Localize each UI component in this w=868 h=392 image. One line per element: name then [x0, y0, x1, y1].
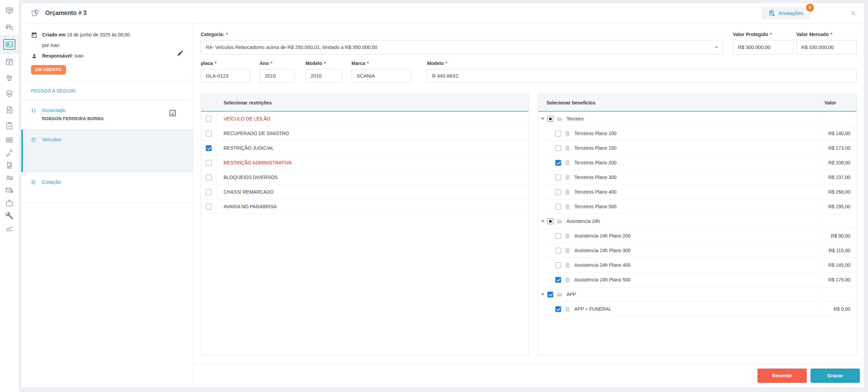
- benefit-checkbox[interactable]: [555, 248, 561, 254]
- benefit-item-name[interactable]: Assistencia 24h Plano 500: [538, 273, 819, 287]
- selection-panels: Selecionar restrições VEÍCULO DE LEILÃOR…: [201, 94, 857, 356]
- benefit-checkbox[interactable]: [555, 175, 561, 180]
- benefit-label: Assistencia 24h Plano 200: [574, 233, 630, 239]
- sidebar-item-vehicle-search[interactable]: [0, 19, 19, 35]
- benefit-checkbox[interactable]: [555, 189, 561, 195]
- modelo-input[interactable]: [427, 69, 857, 83]
- benefit-checkbox[interactable]: [555, 262, 561, 268]
- step-content: Veículos: [42, 136, 61, 165]
- benefit-group-checkbox[interactable]: [547, 218, 553, 224]
- benefit-group-name[interactable]: Assistencia 24h: [538, 214, 819, 228]
- modelo-ano-input[interactable]: [306, 69, 342, 83]
- sidebar-item-people-transfer[interactable]: [0, 70, 19, 86]
- restriction-checkbox[interactable]: [206, 145, 212, 151]
- benefit-group-checkbox[interactable]: [547, 292, 553, 297]
- sidebar-item-signal-tracker[interactable]: [0, 146, 19, 159]
- benefit-item-name[interactable]: Assistencia 24h Plano 400: [538, 258, 819, 272]
- image-icon[interactable]: [169, 109, 177, 118]
- benefit-item-name[interactable]: Terceiros Plano 300: [538, 170, 819, 184]
- responsible-row: Responsável: Ivan: [31, 53, 185, 59]
- benefit-item-name[interactable]: Assistencia 24h Plano 300: [538, 243, 819, 258]
- sidebar-item-line-chart[interactable]: [0, 222, 19, 234]
- benefit-item-name[interactable]: Terceiros Plano 500: [538, 199, 819, 214]
- calendar-add-icon: [5, 58, 14, 66]
- sidebar-item-person-badge[interactable]: [0, 172, 19, 184]
- sidebar-item-briefcase[interactable]: [0, 197, 19, 209]
- benefit-item-name[interactable]: Terceiros Plano 200: [538, 156, 819, 170]
- caret-down-icon[interactable]: [541, 118, 544, 120]
- valor-mercado-input[interactable]: [796, 40, 857, 54]
- benefit-checkbox[interactable]: [555, 160, 561, 166]
- sidebar-item-calendar-add[interactable]: [0, 54, 19, 70]
- benefit-item-name[interactable]: Terceiros Plano 150: [538, 141, 819, 155]
- valor-protegido-input[interactable]: [733, 40, 793, 54]
- close-icon[interactable]: [850, 10, 856, 16]
- orcamento-window: Orçamento # 3 Anotações 0: [21, 3, 864, 388]
- restriction-checkbox[interactable]: [206, 175, 212, 180]
- note-add-icon: [768, 10, 775, 17]
- placa-input[interactable]: [201, 69, 250, 83]
- benefit-checkbox[interactable]: [555, 233, 561, 239]
- footer-bar: Reverter Gravar: [193, 363, 864, 388]
- benefit-checkbox[interactable]: [555, 131, 561, 136]
- benefit-checkbox[interactable]: [555, 204, 561, 210]
- benefit-checkbox[interactable]: [555, 145, 561, 151]
- sidebar-item-table-rows[interactable]: [0, 134, 19, 146]
- sidebar-item-document-search[interactable]: [0, 102, 19, 118]
- file-icon: [564, 203, 571, 210]
- benefit-checkbox[interactable]: [555, 277, 561, 283]
- file-icon: [564, 174, 571, 181]
- restriction-checkbox[interactable]: [206, 189, 212, 195]
- ano-label-text: Ano: [260, 61, 269, 66]
- categoria-select[interactable]: R4- Veículos Rebocadores acima de R$ 250…: [201, 40, 723, 54]
- caret-down-icon[interactable]: [541, 293, 544, 296]
- save-button[interactable]: Gravar: [810, 369, 860, 383]
- required-mark: *: [831, 32, 832, 37]
- step-item-cotacao[interactable]: 3)Cotação: [21, 172, 193, 203]
- benefit-item-name[interactable]: Terceiros Plano 100: [538, 126, 819, 141]
- file-icon: [564, 160, 571, 166]
- document-sign-icon: [5, 161, 14, 169]
- marca-input[interactable]: [351, 69, 411, 83]
- restriction-checkbox[interactable]: [206, 131, 212, 136]
- edit-icon[interactable]: [177, 50, 184, 58]
- modelo-label: Modelo*: [427, 61, 857, 66]
- window-header: Orçamento # 3 Anotações 0: [21, 3, 864, 23]
- benefit-item-name[interactable]: Terceiros Plano 400: [538, 185, 819, 199]
- benefit-checkbox[interactable]: [555, 306, 561, 312]
- sidebar-item-document-sign[interactable]: [0, 159, 19, 172]
- benefit-item-row: APP + FUNERALR$ 0,00: [538, 302, 856, 316]
- benefit-item-row: Terceiros Plano 100R$ 140,00: [538, 126, 856, 141]
- step-item-associado[interactable]: 1)AssociadoROBSON FERREIRA BORBA: [21, 100, 193, 130]
- sidebar-item-presentation-board[interactable]: [0, 3, 19, 19]
- valor-protegido-label: Valor Protegido*: [733, 32, 793, 37]
- restriction-checkbox[interactable]: [206, 160, 212, 166]
- sidebar-item-mail-sync[interactable]: [0, 184, 19, 197]
- benefit-item-name[interactable]: Assistencia 24h Plano 200: [538, 229, 819, 243]
- benefit-group-value: [819, 112, 856, 126]
- ano-input[interactable]: [260, 69, 295, 83]
- sidebar-item-wrench[interactable]: [0, 209, 19, 222]
- sidebar-item-contact-card[interactable]: [0, 35, 19, 54]
- document-search-icon: [5, 105, 14, 114]
- created-label: Criado em: [42, 32, 65, 37]
- benefit-item-row: Terceiros Plano 300R$ 237,00: [538, 170, 856, 185]
- benefit-item-row: Assistencia 24h Plano 300R$ 115,00: [538, 243, 856, 258]
- caret-down-icon[interactable]: [541, 220, 544, 223]
- benefit-label: Terceiros Plano 150: [574, 145, 617, 151]
- annotations-button[interactable]: Anotações 0: [762, 7, 810, 19]
- sidebar-item-vehicle-shield[interactable]: [0, 86, 19, 102]
- sidebar-item-clipboard-check[interactable]: [0, 118, 19, 134]
- restriction-checkbox[interactable]: [206, 116, 212, 122]
- benefits-value-header: Valor: [819, 94, 856, 111]
- benefit-item-row: Assistencia 24h Plano 400R$ 145,00: [538, 258, 856, 273]
- benefit-item-name[interactable]: APP + FUNERAL: [538, 302, 819, 316]
- benefit-group-name[interactable]: APP: [538, 287, 819, 301]
- benefit-group-checkbox[interactable]: [547, 116, 553, 122]
- benefit-label: Terceiros Plano 400: [574, 189, 617, 195]
- icon-sidebar: [0, 0, 19, 392]
- restriction-checkbox[interactable]: [206, 204, 212, 210]
- revert-button[interactable]: Reverter: [757, 369, 807, 383]
- benefit-group-name[interactable]: Terceiro: [538, 112, 819, 126]
- step-item-veiculos[interactable]: 2)Veículos: [21, 130, 193, 172]
